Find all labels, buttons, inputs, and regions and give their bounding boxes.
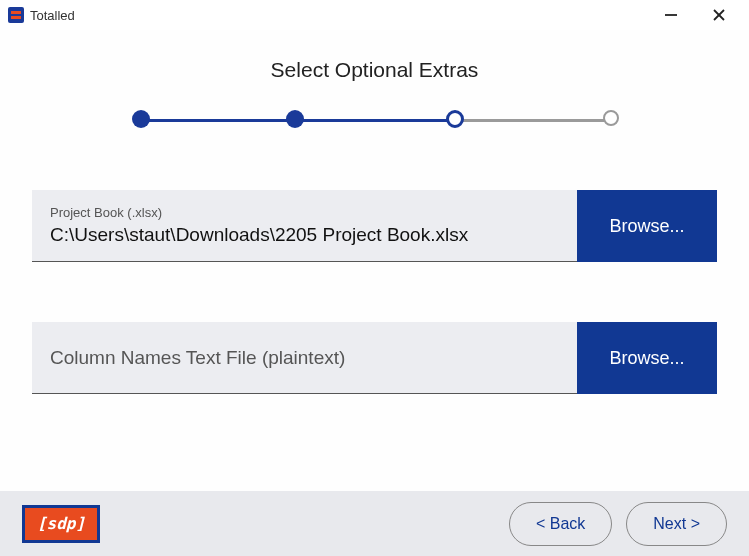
next-button[interactable]: Next > xyxy=(626,502,727,546)
project-book-label: Project Book (.xlsx) xyxy=(50,205,559,220)
project-book-value: C:\Users\staut\Downloads\2205 Project Bo… xyxy=(50,224,559,246)
step-dot-4 xyxy=(603,110,619,126)
step-dot-3-current xyxy=(446,110,464,128)
close-button[interactable] xyxy=(709,5,729,25)
minimize-button[interactable] xyxy=(661,5,681,25)
stepper xyxy=(130,110,619,130)
title-bar: Totalled xyxy=(0,0,749,30)
sdp-logo: [sdp] xyxy=(22,505,100,543)
window-title: Totalled xyxy=(30,8,75,23)
footer: [sdp] < Back Next > xyxy=(0,491,749,556)
window-controls xyxy=(661,5,741,25)
page-title: Select Optional Extras xyxy=(0,58,749,82)
step-dot-2 xyxy=(286,110,304,128)
back-button[interactable]: < Back xyxy=(509,502,612,546)
step-dot-1 xyxy=(132,110,150,128)
project-book-browse-button[interactable]: Browse... xyxy=(577,190,717,262)
project-book-input[interactable]: Project Book (.xlsx) C:\Users\staut\Down… xyxy=(32,190,577,262)
nav-buttons: < Back Next > xyxy=(509,502,727,546)
stepper-track-empty xyxy=(460,119,611,122)
app-icon xyxy=(8,7,24,23)
project-book-row: Project Book (.xlsx) C:\Users\staut\Down… xyxy=(32,190,717,262)
column-names-input[interactable]: Column Names Text File (plaintext) xyxy=(32,322,577,394)
column-names-row: Column Names Text File (plaintext) Brows… xyxy=(32,322,717,394)
column-names-browse-button[interactable]: Browse... xyxy=(577,322,717,394)
column-names-placeholder: Column Names Text File (plaintext) xyxy=(50,347,559,369)
